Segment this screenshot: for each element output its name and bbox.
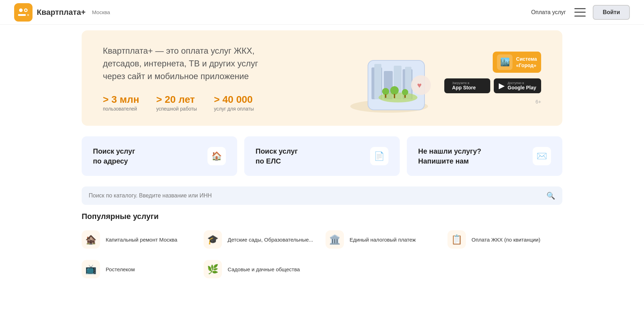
appstore-badge[interactable]: Загрузите в App Store xyxy=(444,78,490,93)
popular-title: Популярные услуги xyxy=(82,212,562,221)
sistem-badge: 🏙️ Система«Город» xyxy=(493,52,541,73)
popular-item-icon: 🏚️ xyxy=(82,230,100,249)
nav-city: Москва xyxy=(92,9,110,15)
appstore-sub: Загрузите в xyxy=(452,81,476,85)
card-contact[interactable]: Не нашли услугу?Напишите нам ✉️ xyxy=(407,136,562,176)
hero-stats: > 3 млн пользователей > 20 лет успешной … xyxy=(103,94,444,112)
card-contact-title: Не нашли услугу?Напишите нам xyxy=(418,146,481,166)
stat-years: > 20 лет успешной работы xyxy=(156,94,197,112)
googleplay-name: Google Play xyxy=(508,85,536,90)
stat-services-num: > 40 000 xyxy=(214,94,254,105)
popular-item[interactable]: 📋 Оплата ЖКХ (по квитанции) xyxy=(447,228,562,251)
nav-burger[interactable] xyxy=(574,8,586,17)
popular-item[interactable]: 📺 Ростелеком xyxy=(82,258,197,280)
nav-services[interactable]: Оплата услуг xyxy=(531,9,566,16)
stat-users: > 3 млн пользователей xyxy=(103,94,139,112)
search-icon[interactable]: 🔍 xyxy=(546,191,555,200)
stat-users-label: пользователей xyxy=(103,106,139,112)
popular-item-icon: 📋 xyxy=(447,230,466,249)
popular-grid: 🏚️ Капитальный ремонт Москва 🎓 Детские с… xyxy=(82,228,562,280)
search-section: 🔍 xyxy=(68,186,576,212)
stat-users-num: > 3 млн xyxy=(103,94,139,105)
popular-item-name: Садовые и дачные общества xyxy=(228,266,300,273)
popular-item[interactable]: 🏛️ Единый налоговый платеж xyxy=(326,228,440,251)
hero-content: Квартплата+ — это оплата услуг ЖКХ, детс… xyxy=(103,45,444,112)
card-by-els[interactable]: Поиск услугпо ЕЛС 📄 xyxy=(244,136,400,176)
mail-icon: ✉️ xyxy=(533,147,551,165)
popular-item-icon: 🌿 xyxy=(204,260,222,278)
popular-item-name: Ростелеком xyxy=(106,266,135,273)
popular-item-icon: 🎓 xyxy=(204,230,222,249)
search-input[interactable] xyxy=(89,192,542,199)
googleplay-sub: Доступно в xyxy=(508,81,536,85)
popular-item[interactable]: 🎓 Детские сады, Образовательные... xyxy=(204,228,318,251)
popular-item-name: Оплата ЖКХ (по квитанции) xyxy=(472,236,540,243)
popular-item-icon: 📺 xyxy=(82,260,100,278)
login-button[interactable]: Войти xyxy=(593,5,630,20)
stat-years-label: успешной работы xyxy=(156,106,197,112)
search-box: 🔍 xyxy=(82,186,562,205)
stat-years-num: > 20 лет xyxy=(156,94,197,105)
stat-services-label: услуг для оплаты xyxy=(214,106,254,112)
sistem-badge-icon: 🏙️ xyxy=(497,54,513,70)
card-els-title: Поиск услугпо ЕЛС xyxy=(256,146,298,166)
logo-icon xyxy=(14,3,33,22)
card-address-title: Поиск услугпо адресу xyxy=(93,146,135,166)
play-icon: ▶ xyxy=(499,81,505,90)
hero-right: 🏙️ Система«Город» Загрузите в App Store … xyxy=(444,52,541,105)
sistem-badge-text: Система«Город» xyxy=(516,56,537,69)
popular-item[interactable]: 🏚️ Капитальный ремонт Москва xyxy=(82,228,197,251)
googleplay-badge[interactable]: ▶ Доступно в Google Play xyxy=(494,78,541,93)
document-icon: 📄 xyxy=(370,147,388,165)
hero-banner: Квартплата+ — это оплата услуг ЖКХ, детс… xyxy=(82,30,562,126)
popular-item-name: Капитальный ремонт Москва xyxy=(106,236,177,243)
card-by-address[interactable]: Поиск услугпо адресу 🏠 xyxy=(82,136,237,176)
house-icon: 🏠 xyxy=(207,147,226,165)
logo[interactable]: Квартплата+ xyxy=(14,3,86,22)
navbar: Квартплата+ Москва Оплата услуг Войти xyxy=(0,0,644,25)
popular-item-name: Детские сады, Образовательные... xyxy=(228,236,313,243)
popular-item-name: Единый налоговый платеж xyxy=(350,236,416,243)
service-cards: Поиск услугпо адресу 🏠 Поиск услугпо ЕЛС… xyxy=(68,136,576,176)
popular-section: Популярные услуги 🏚️ Капитальный ремонт … xyxy=(68,212,576,280)
hero-title: Квартплата+ — это оплата услуг ЖКХ, детс… xyxy=(103,45,265,83)
store-badges: Загрузите в App Store ▶ Доступно в Googl… xyxy=(444,78,541,93)
age-badge: 6+ xyxy=(535,99,541,105)
stat-services: > 40 000 услуг для оплаты xyxy=(214,94,254,112)
appstore-name: App Store xyxy=(452,85,476,90)
popular-item-icon: 🏛️ xyxy=(326,230,344,249)
logo-text: Квартплата+ xyxy=(37,8,86,17)
popular-item[interactable]: 🌿 Садовые и дачные общества xyxy=(204,258,318,280)
